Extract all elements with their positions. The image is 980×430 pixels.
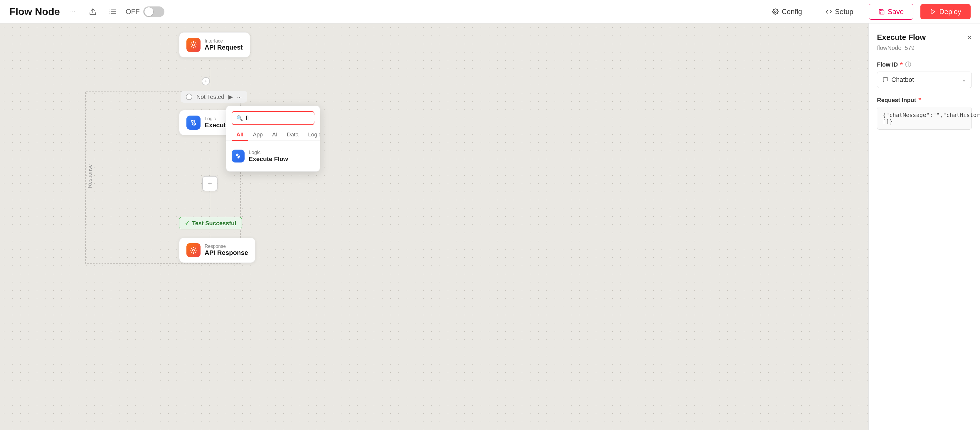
search-input-wrap: 🔍 × bbox=[232, 111, 315, 125]
toolbar-left: Flow Node ··· OFF bbox=[10, 5, 764, 19]
config-label: Config bbox=[781, 8, 802, 16]
chevron-down-icon: ⌄ bbox=[962, 76, 966, 83]
add-node-button[interactable]: + bbox=[202, 176, 218, 191]
svg-point-13 bbox=[192, 44, 195, 46]
dropdown-value: Chatbot bbox=[883, 76, 914, 84]
node-dots-button[interactable]: ··· bbox=[237, 94, 242, 100]
required-star: * bbox=[900, 61, 903, 69]
flow-id-dropdown[interactable]: Chatbot ⌄ bbox=[877, 71, 972, 88]
api-request-node[interactable]: Interface API Request bbox=[179, 32, 250, 57]
flow-id-value: Chatbot bbox=[891, 76, 914, 84]
search-results: Logic Execute Flow bbox=[226, 141, 320, 171]
interface-icon bbox=[186, 38, 200, 52]
search-input[interactable] bbox=[246, 115, 320, 121]
svg-point-18 bbox=[192, 249, 195, 251]
api-response-title: API Response bbox=[205, 249, 248, 257]
tab-logic[interactable]: Logic bbox=[303, 129, 320, 141]
deploy-button[interactable]: Deploy bbox=[920, 4, 970, 19]
not-tested-label: Not Tested bbox=[196, 94, 224, 100]
search-tabs: All App AI Data Logic bbox=[226, 125, 320, 141]
api-request-node-text: Interface API Request bbox=[205, 38, 243, 51]
result-text: Logic Execute Flow bbox=[249, 149, 288, 162]
api-response-node-text: Response API Response bbox=[205, 244, 248, 257]
not-tested-indicator bbox=[186, 94, 192, 100]
panel-close-button[interactable]: × bbox=[967, 33, 972, 42]
svg-point-7 bbox=[775, 11, 776, 13]
search-icon: 🔍 bbox=[236, 115, 243, 121]
api-response-node[interactable]: Response API Response bbox=[179, 238, 255, 263]
toggle-knob bbox=[145, 7, 153, 16]
flow-canvas-inner: Response Interface API Request + Not Tes… bbox=[0, 24, 869, 430]
tab-data[interactable]: Data bbox=[282, 129, 303, 141]
deploy-label: Deploy bbox=[939, 8, 961, 16]
required-star-2: * bbox=[918, 96, 921, 104]
app-title: Flow Node bbox=[10, 6, 60, 17]
toggle-switch[interactable] bbox=[143, 6, 164, 17]
play-button[interactable]: ▶ bbox=[228, 93, 233, 100]
svg-point-14 bbox=[191, 120, 193, 122]
request-input-label: Request Input * bbox=[877, 96, 972, 104]
response-icon bbox=[186, 243, 200, 257]
svg-point-15 bbox=[194, 123, 196, 125]
flow-id-label: Flow ID * ⓘ bbox=[877, 61, 972, 69]
add-connector-1[interactable]: + bbox=[202, 77, 210, 86]
svg-point-17 bbox=[239, 156, 240, 158]
tab-ai[interactable]: AI bbox=[267, 129, 282, 141]
canvas: Response Interface API Request + Not Tes… bbox=[0, 24, 869, 430]
toggle-container: OFF bbox=[126, 6, 164, 17]
response-vertical-label: Response bbox=[87, 164, 93, 188]
more-options-button[interactable]: ··· bbox=[66, 5, 80, 19]
request-input-field: Request Input * {"chatMessage":"","chatH… bbox=[877, 96, 972, 130]
setup-button[interactable]: Setup bbox=[817, 4, 862, 19]
panel-title: Execute Flow bbox=[877, 33, 926, 42]
result-label: Logic bbox=[249, 149, 288, 155]
info-icon[interactable]: ⓘ bbox=[905, 61, 911, 69]
toggle-label: OFF bbox=[126, 8, 140, 16]
test-successful-text: Test Successful bbox=[192, 220, 236, 227]
svg-point-16 bbox=[236, 154, 238, 156]
toolbar-right: Config Setup Save Deploy bbox=[764, 4, 970, 20]
svg-marker-8 bbox=[931, 9, 935, 14]
config-button[interactable]: Config bbox=[764, 4, 810, 19]
api-request-title: API Request bbox=[205, 44, 243, 51]
panel-header: Execute Flow × bbox=[877, 33, 972, 42]
flow-id-field: Flow ID * ⓘ Chatbot ⌄ bbox=[877, 61, 972, 88]
tab-all[interactable]: All bbox=[232, 129, 248, 141]
search-header: 🔍 × bbox=[226, 106, 320, 125]
request-input-value: {"chatMessage":"","chatHistory":[]} bbox=[883, 112, 980, 125]
result-execute-flow[interactable]: Logic Execute Flow bbox=[232, 146, 315, 166]
save-label: Save bbox=[888, 8, 904, 16]
test-successful-badge: ✓ Test Successful bbox=[179, 217, 242, 229]
result-title: Execute Flow bbox=[249, 155, 288, 162]
tab-app[interactable]: App bbox=[248, 129, 267, 141]
panel-title-group: Execute Flow bbox=[877, 33, 926, 42]
search-popup: 🔍 × All App AI Data Logic bbox=[226, 106, 320, 171]
api-response-label: Response bbox=[205, 244, 248, 249]
result-logic-icon bbox=[232, 149, 245, 162]
not-tested-header: Not Tested ▶ ··· bbox=[181, 91, 247, 103]
request-input-code-area: {"chatMessage":"","chatHistory":[]} Edit bbox=[877, 107, 972, 130]
logic-icon bbox=[186, 116, 200, 130]
check-icon: ✓ bbox=[185, 220, 190, 227]
save-button[interactable]: Save bbox=[869, 4, 914, 20]
api-request-label: Interface bbox=[205, 38, 243, 44]
export-button[interactable] bbox=[86, 5, 100, 19]
setup-label: Setup bbox=[835, 8, 853, 16]
list-button[interactable] bbox=[106, 5, 120, 19]
panel-subtitle: flowNode_579 bbox=[877, 44, 972, 51]
toolbar: Flow Node ··· OFF bbox=[0, 0, 980, 24]
right-panel: Execute Flow × flowNode_579 Flow ID * ⓘ … bbox=[869, 24, 980, 430]
